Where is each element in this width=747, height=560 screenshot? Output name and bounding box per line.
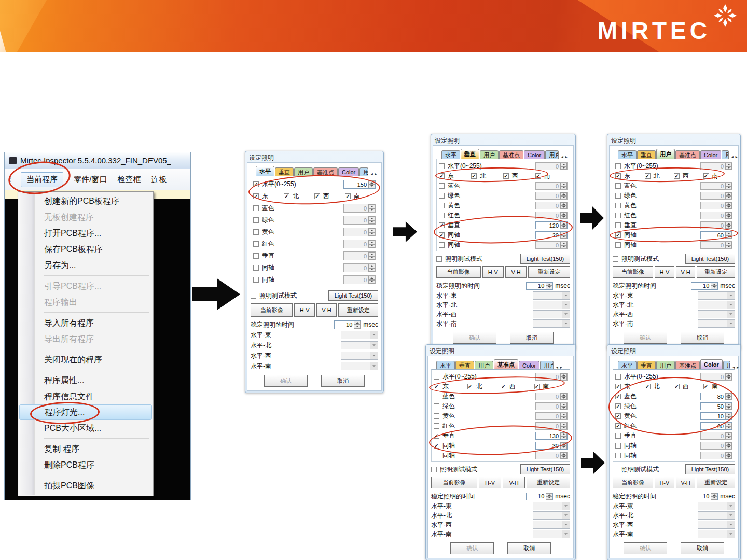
light-test-mode-checkbox[interactable] (613, 256, 618, 262)
light-test-mode-checkbox[interactable] (613, 467, 618, 472)
vertical-checkbox[interactable]: ✓ (439, 222, 445, 228)
coaxial2-checkbox[interactable] (253, 277, 259, 283)
yellow-spin-down[interactable] (725, 416, 732, 420)
combo-dropdown-icon[interactable] (370, 362, 378, 370)
combo-3[interactable] (698, 319, 735, 328)
stable-time-value[interactable]: 10 (691, 493, 711, 500)
menu-item-0[interactable]: 创建新的PCB板程序 (19, 193, 152, 209)
vertical-spin-down[interactable] (560, 436, 567, 440)
menu-item-4[interactable]: 另存为... (19, 257, 152, 273)
light-test-button[interactable]: Light Test(150) (520, 254, 570, 264)
combo-2[interactable] (341, 352, 378, 360)
menubar-item-1[interactable]: 零件/窗口 (74, 175, 107, 185)
light-test-button[interactable]: Light Test(150) (685, 464, 735, 474)
h-v-button[interactable]: H-V (294, 303, 314, 317)
combo-dropdown-icon[interactable] (727, 502, 735, 510)
stable-time-spinner[interactable]: 10 (691, 282, 718, 290)
v-h-button[interactable]: V-H (503, 477, 525, 488)
tab-horizontal[interactable]: 水平 (436, 361, 455, 369)
yellow-checkbox[interactable] (434, 413, 439, 419)
green-spinner[interactable]: 50 (700, 402, 732, 410)
menu-item-3[interactable]: 保存PCB板程序 (19, 241, 152, 257)
vertical-checkbox[interactable] (253, 253, 259, 259)
coaxial1-value[interactable]: 60 (701, 232, 725, 239)
combo-2[interactable] (533, 521, 570, 529)
combo-dropdown-icon[interactable] (727, 521, 735, 528)
cancel-button[interactable]: 取消 (510, 332, 554, 344)
combo-dropdown-icon[interactable] (370, 352, 378, 359)
horizontal-value[interactable]: 150 (344, 180, 368, 188)
tab-user2[interactable]: 用户 (359, 167, 368, 176)
yellow-spinner[interactable]: 10 (700, 412, 732, 420)
stable-time-spin-down[interactable] (546, 496, 552, 500)
horizontal-spinner[interactable]: 150 (343, 180, 376, 189)
light-test-button[interactable]: Light Test(150) (685, 254, 735, 264)
red-checkbox[interactable]: ✓ (615, 423, 621, 429)
direction-3-checkbox[interactable]: ✓ (703, 173, 709, 179)
stable-time-value[interactable]: 10 (527, 493, 546, 500)
coaxial1-spin-down[interactable] (560, 446, 567, 450)
direction-2-checkbox[interactable]: ✓ (503, 173, 509, 179)
green-checkbox[interactable] (253, 217, 259, 223)
tab-color[interactable]: Color (700, 359, 723, 369)
tab-horizontal[interactable]: 水平 (256, 166, 274, 176)
vertical-checkbox[interactable] (615, 433, 621, 439)
coaxial1-checkbox[interactable]: ✓ (615, 232, 621, 238)
combo-2[interactable] (698, 521, 735, 529)
light-test-mode-checkbox[interactable] (251, 293, 256, 299)
red-checkbox[interactable] (434, 423, 439, 429)
combo-3[interactable] (533, 530, 570, 538)
cancel-button[interactable]: 取消 (507, 542, 551, 554)
combo-0[interactable] (533, 291, 570, 300)
stable-time-value[interactable]: 10 (335, 321, 354, 329)
cancel-button[interactable]: 取消 (681, 542, 724, 554)
tab-scroll-arrows[interactable]: ◄► (732, 366, 740, 369)
direction-1-checkbox[interactable]: ✓ (471, 173, 477, 179)
horizontal-spin-up[interactable] (368, 180, 375, 185)
coaxial1-spin-down[interactable] (560, 235, 567, 239)
stable-time-spin-down[interactable] (711, 496, 717, 500)
blue-checkbox[interactable] (253, 205, 259, 211)
horizontal-checkbox[interactable] (434, 374, 439, 380)
blue-checkbox[interactable] (434, 394, 439, 399)
menu-item-17[interactable]: PCB大小区域... (19, 420, 152, 436)
direction-0-checkbox[interactable]: ✓ (434, 384, 439, 389)
current-image-button[interactable]: 当前影像 (251, 303, 293, 317)
coaxial2-checkbox[interactable] (615, 242, 621, 248)
direction-2-checkbox[interactable]: ✓ (501, 384, 506, 389)
stable-time-spinner[interactable]: 10 (526, 282, 553, 290)
blue-spinner[interactable]: 80 (700, 393, 732, 400)
direction-0-checkbox[interactable]: ✓ (615, 173, 621, 179)
horizontal-checkbox[interactable] (615, 374, 621, 380)
tab-scroll-arrows[interactable]: ◄► (370, 172, 378, 176)
direction-3-checkbox[interactable]: ✓ (534, 384, 540, 389)
stable-time-value[interactable]: 10 (691, 283, 711, 289)
reset-button[interactable]: 重新设定 (338, 303, 378, 317)
direction-2-checkbox[interactable]: ✓ (674, 173, 680, 179)
menu-item-2[interactable]: 打开PCB程序... (19, 225, 152, 241)
combo-3[interactable] (698, 530, 735, 538)
tab-vertical[interactable]: 垂直 (275, 167, 294, 176)
coaxial1-checkbox[interactable] (615, 443, 621, 449)
combo-0[interactable] (698, 291, 735, 300)
blue-checkbox[interactable] (615, 183, 621, 189)
red-checkbox[interactable] (439, 213, 445, 218)
vertical-checkbox[interactable] (615, 222, 621, 228)
tab-color[interactable]: Color (700, 150, 721, 159)
tab-fiducial[interactable]: 基准点 (675, 361, 700, 369)
tab-user[interactable]: 用户 (475, 361, 493, 369)
direction-3-checkbox[interactable]: ✓ (345, 193, 351, 199)
menu-item-9[interactable]: 导入所有程序 (19, 315, 152, 331)
menubar-item-current-program[interactable]: 当前程序 (21, 172, 63, 187)
h-v-button[interactable]: H-V (655, 477, 674, 488)
menu-item-14[interactable]: 程序属性... (19, 372, 152, 388)
menu-item-16[interactable]: 程序灯光... (19, 404, 152, 420)
vertical-checkbox[interactable]: ✓ (434, 433, 439, 439)
tab-fiducial[interactable]: 基准点 (494, 359, 518, 369)
combo-1[interactable] (698, 511, 735, 520)
direction-1-checkbox[interactable]: ✓ (284, 193, 289, 199)
coaxial1-spin-down[interactable] (725, 235, 732, 239)
green-spin-down[interactable] (725, 407, 732, 410)
stable-time-spinner[interactable]: 10 (526, 493, 553, 500)
tab-user2[interactable]: 用户 (723, 361, 730, 369)
